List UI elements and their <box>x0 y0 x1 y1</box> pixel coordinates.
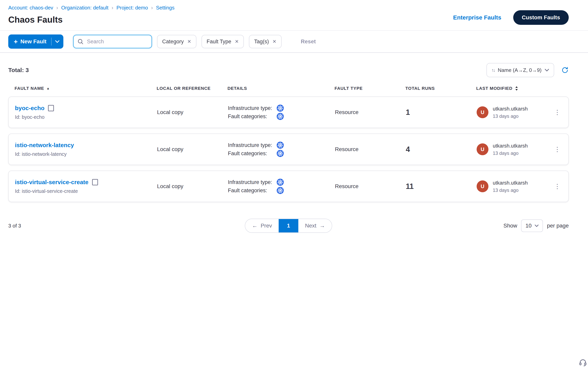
left-arrow-icon: ← <box>252 223 257 229</box>
infrastructure-type-label: Infrastructure type: <box>228 142 277 148</box>
sort-updown-icon <box>515 86 518 91</box>
chevron-down-icon[interactable] <box>55 40 59 43</box>
header-left: Account: chaos-dev › Organization: defau… <box>8 5 175 25</box>
sort-dropdown[interactable]: ↑↓ Name (A→Z, 0→9) <box>486 63 554 77</box>
prev-page-button[interactable]: ← Prev <box>245 219 279 232</box>
refresh-button[interactable] <box>561 66 569 74</box>
fault-row: istio-network-latency Id: istio-network-… <box>8 134 569 165</box>
search-box <box>73 35 152 48</box>
details-cell: Infrastructure type: Fault categories: <box>228 179 335 194</box>
next-page-button[interactable]: Next → <box>298 219 332 232</box>
local-or-reference-value: Local copy <box>157 183 228 189</box>
modified-time: 13 days ago <box>493 151 528 156</box>
row-menu-button[interactable]: ⋮ <box>553 109 562 115</box>
column-total-runs: TOTAL RUNS <box>405 86 476 91</box>
search-input[interactable] <box>86 38 147 45</box>
next-label: Next <box>305 223 317 229</box>
manifest-icon[interactable] <box>92 179 98 185</box>
breadcrumb: Account: chaos-dev › Organization: defau… <box>8 5 175 11</box>
chevron-right-icon: › <box>112 5 113 11</box>
pagination-range: 3 of 3 <box>8 223 245 229</box>
new-fault-button[interactable]: + New Fault <box>8 35 63 49</box>
breadcrumb-settings-link[interactable]: Settings <box>156 5 175 11</box>
close-icon[interactable]: ✕ <box>235 39 239 44</box>
column-last-modified[interactable]: LAST MODIFIED <box>476 86 553 91</box>
button-divider <box>51 38 52 46</box>
plus-icon: + <box>14 38 18 45</box>
kubernetes-icon <box>277 113 284 120</box>
fault-type-value: Resource <box>335 146 406 153</box>
chevron-right-icon: › <box>151 5 153 11</box>
fault-name-cell: istio-network-latency Id: istio-network-… <box>15 142 157 157</box>
last-modified-cell: U utkarsh.utkarsh 13 days ago <box>477 106 553 119</box>
fault-name-link[interactable]: istio-virtual-service-create <box>15 179 89 186</box>
fault-name-cell: istio-virtual-service-create Id: istio-v… <box>15 179 157 194</box>
fault-type-value: Resource <box>335 183 406 189</box>
fault-id: Id: byoc-echo <box>15 114 157 120</box>
column-fault-name[interactable]: FAULT NAME ▲ <box>15 86 157 91</box>
column-details: DETAILS <box>227 86 335 91</box>
fault-row: byoc-echo Id: byoc-echo Local copy Infra… <box>8 96 569 128</box>
filter-chip-category[interactable]: Category ✕ <box>157 35 196 48</box>
fault-name-link[interactable]: istio-network-latency <box>15 142 74 149</box>
new-fault-label: New Fault <box>21 38 46 45</box>
modified-time: 13 days ago <box>493 113 528 119</box>
right-arrow-icon: → <box>320 223 325 229</box>
column-fault-type: FAULT TYPE <box>335 86 405 91</box>
close-icon[interactable]: ✕ <box>272 39 276 44</box>
fault-name-link[interactable]: byoc-echo <box>15 105 45 111</box>
page-title: Chaos Faults <box>8 15 175 25</box>
column-headers: FAULT NAME ▲ LOCAL OR REFERENCE DETAILS … <box>8 86 569 91</box>
column-label: FAULT NAME <box>15 86 44 91</box>
enterprise-faults-link[interactable]: Enterprise Faults <box>453 14 501 21</box>
kubernetes-icon <box>277 179 284 186</box>
page-1-button[interactable]: 1 <box>279 219 298 232</box>
total-runs-value: 11 <box>406 182 477 191</box>
per-page-label: per page <box>547 223 569 229</box>
headset-icon <box>578 358 587 367</box>
search-icon <box>78 39 83 45</box>
infrastructure-type-label: Infrastructure type: <box>228 105 277 111</box>
avatar: U <box>477 180 488 192</box>
pagination-bar: 3 of 3 ← Prev 1 Next → Show 10 per page <box>8 219 569 233</box>
column-label: TOTAL RUNS <box>405 86 435 91</box>
filter-chip-label: Category <box>162 39 184 45</box>
page-header: Account: chaos-dev › Organization: defau… <box>0 0 588 31</box>
column-label: FAULT TYPE <box>335 86 363 91</box>
breadcrumb-organization-link[interactable]: Organization: default <box>61 5 108 11</box>
row-menu-button[interactable]: ⋮ <box>553 183 562 189</box>
page-size-select[interactable]: 10 <box>521 219 543 232</box>
pager: ← Prev 1 Next → <box>245 219 332 233</box>
custom-faults-button[interactable]: Custom Faults <box>513 10 569 25</box>
fault-id: Id: istio-network-latency <box>15 151 157 157</box>
table-top-bar: Total: 3 ↑↓ Name (A→Z, 0→9) <box>8 63 569 77</box>
chaos-faults-page: Account: chaos-dev › Organization: defau… <box>0 0 588 377</box>
avatar: U <box>477 106 488 118</box>
column-label: LOCAL OR REFERENCE <box>157 86 211 91</box>
manifest-icon[interactable] <box>48 105 54 111</box>
chevron-down-icon <box>535 224 539 227</box>
last-modified-cell: U utkarsh.utkarsh 13 days ago <box>477 143 553 156</box>
details-cell: Infrastructure type: Fault categories: <box>228 142 335 157</box>
close-icon[interactable]: ✕ <box>187 39 191 44</box>
sort-ascending-icon: ▲ <box>46 87 50 90</box>
breadcrumb-account-link[interactable]: Account: chaos-dev <box>8 5 53 11</box>
kubernetes-icon <box>277 105 284 112</box>
help-button[interactable] <box>578 358 587 368</box>
fault-name-cell: byoc-echo Id: byoc-echo <box>15 105 157 120</box>
fault-categories-label: Fault categories: <box>228 188 277 194</box>
modified-time: 13 days ago <box>493 188 528 193</box>
breadcrumb-project-link[interactable]: Project: demo <box>116 5 148 11</box>
faults-list-section: Total: 3 ↑↓ Name (A→Z, 0→9) FAULT NAME ▲… <box>0 63 588 233</box>
row-menu-button[interactable]: ⋮ <box>553 146 562 153</box>
total-runs-value: 4 <box>406 145 477 154</box>
sort-arrows-icon: ↑↓ <box>492 67 495 73</box>
last-modified-cell: U utkarsh.utkarsh 13 days ago <box>477 180 553 193</box>
kubernetes-icon <box>277 187 284 194</box>
column-label: DETAILS <box>227 86 247 91</box>
reset-filters-button[interactable]: Reset <box>299 38 318 45</box>
kubernetes-icon <box>277 150 284 157</box>
local-or-reference-value: Local copy <box>157 109 228 115</box>
filter-chip-fault-type[interactable]: Fault Type ✕ <box>202 35 244 48</box>
filter-chip-tags[interactable]: Tag(s) ✕ <box>249 35 282 48</box>
